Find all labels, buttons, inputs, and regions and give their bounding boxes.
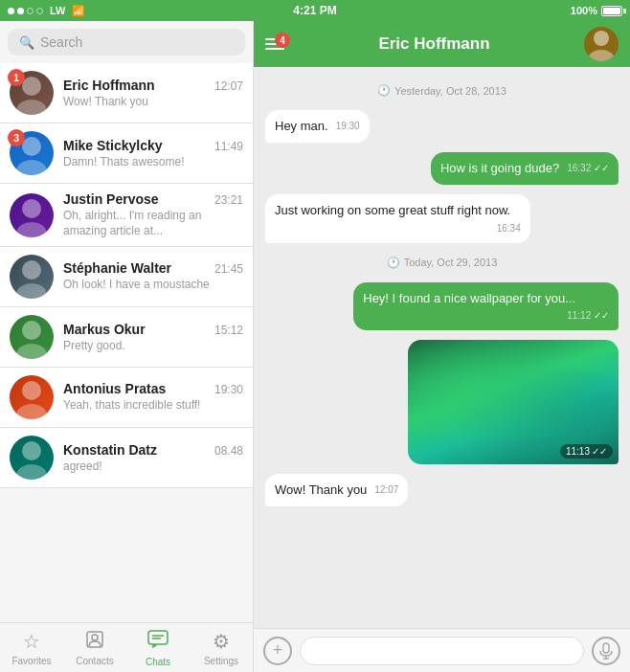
avatar-4 (10, 255, 54, 299)
avatar-6 (10, 375, 54, 419)
battery-area: 100% (571, 5, 622, 16)
chat-info-4: Stéphanie Walter 21:45 Oh look! I have a… (63, 260, 243, 293)
svg-rect-21 (603, 643, 609, 653)
message-row-3: Just working on some great stuff right n… (265, 194, 619, 242)
chat-item-7[interactable]: Konstatin Datz 08.48 agreed! (0, 428, 253, 488)
mic-icon (599, 642, 613, 660)
avatar-7 (10, 436, 54, 480)
add-button[interactable]: + (263, 637, 292, 665)
svg-point-11 (16, 404, 47, 419)
chat-preview-1: Wow! Thank you (63, 95, 243, 108)
tab-contacts-label: Contacts (76, 656, 113, 666)
chat-name-3: Justin Pervose (63, 191, 159, 207)
chat-item-6[interactable]: Antonius Pratas 19:30 Yeah, thats incred… (0, 368, 253, 428)
svg-point-20 (588, 50, 615, 61)
chat-time-5: 15:12 (214, 324, 243, 337)
signal-dot-4 (36, 8, 43, 14)
signal-dot-3 (27, 8, 34, 14)
svg-point-8 (22, 321, 41, 340)
message-text-4: Hey! I found a nice wallpaper for you... (363, 291, 575, 305)
chat-item-3[interactable]: Justin Pervose 23:21 Oh, alright... I'm … (0, 184, 253, 247)
avatar-wrap-5 (10, 315, 54, 359)
message-text-3: Just working on some great stuff right n… (275, 203, 510, 217)
avatar-silhouette-5 (10, 315, 54, 359)
bottom-tabs: ☆ Favorites Contacts Chats ⚙ Settings (0, 622, 253, 672)
menu-button[interactable]: 4 (265, 38, 284, 50)
image-bubble: 11:13 ✓✓ (408, 340, 619, 464)
avatar-wrap-1: 1 (10, 71, 54, 115)
avatar-silhouette-3 (10, 193, 54, 237)
message-text-2: How is it going dude? (440, 161, 559, 175)
date-divider-2: 🕐 Today, Oct 29, 2013 (265, 257, 619, 269)
chat-preview-6: Yeah, thats incredible stuff! (63, 398, 243, 414)
svg-point-9 (16, 344, 47, 359)
bubble-received-5: Wow! Thank you 12:07 (265, 474, 408, 506)
settings-icon: ⚙ (213, 630, 230, 653)
chat-preview-5: Pretty good. (63, 339, 243, 352)
chat-name-5: Markus Okur (63, 322, 146, 337)
message-time-4: 11:12 ✓✓ (567, 309, 609, 323)
chat-name-2: Mike Stickylcky (63, 138, 163, 153)
tab-favorites-label: Favorites (11, 656, 51, 666)
left-panel: 🔍 Search 1 Eric Hoffmann (0, 21, 254, 672)
avatar-silhouette-4 (10, 255, 54, 299)
mic-button[interactable] (592, 637, 620, 665)
avatar-wrap-2: 3 (10, 131, 54, 175)
avatar-wrap-6 (10, 375, 54, 419)
message-row-5: Wow! Thank you 12:07 (265, 474, 619, 506)
avatar-5 (10, 315, 54, 359)
contact-avatar[interactable] (584, 27, 619, 61)
svg-point-12 (22, 441, 41, 460)
chat-preview-7: agreed! (63, 459, 243, 473)
chat-input-bar: + (254, 628, 630, 672)
tab-settings-label: Settings (204, 656, 238, 666)
message-input[interactable] (300, 637, 584, 665)
search-placeholder: Search (40, 34, 82, 50)
message-time-1: 19:30 (336, 120, 360, 133)
right-panel: 4 Eric Hoffmann 🕐 Yesterday, Oct 28, 201… (254, 21, 630, 672)
avatar-silhouette-6 (10, 375, 54, 419)
contacts-icon (85, 630, 104, 653)
chat-name-7: Konstatin Datz (63, 442, 157, 458)
message-time-5: 12:07 (374, 483, 398, 497)
svg-point-1 (16, 100, 47, 115)
chat-time-1: 12:07 (214, 79, 243, 93)
chat-header: 4 Eric Hoffmann (254, 21, 630, 67)
bubble-sent-2: How is it going dude? 16:32 ✓✓ (431, 152, 619, 185)
message-row-2: How is it going dude? 16:32 ✓✓ (265, 152, 619, 185)
chat-item-4[interactable]: Stéphanie Walter 21:45 Oh look! I have a… (0, 247, 253, 307)
avatar-wrap-7 (10, 436, 54, 480)
signal-dot-2 (17, 8, 24, 14)
date-label-2: Today, Oct 29, 2013 (404, 257, 498, 268)
tab-contacts[interactable]: Contacts (63, 623, 126, 672)
chat-name-4: Stéphanie Walter (63, 260, 171, 276)
date-divider-1: 🕐 Yesterday, Oct 28, 2013 (265, 84, 619, 97)
message-text-5: Wow! Thank you (275, 482, 367, 497)
chat-item-1[interactable]: 1 Eric Hoffmann 12:07 Wow! Thank you (0, 63, 253, 123)
message-row-image: 11:13 ✓✓ (265, 340, 619, 464)
chat-item-2[interactable]: 3 Mike Stickylcky 11:49 Damn! Thats awes… (0, 123, 253, 184)
bubble-sent-4: Hey! I found a nice wallpaper for you...… (353, 282, 619, 330)
tab-favorites[interactable]: ☆ Favorites (0, 623, 63, 672)
tab-chats[interactable]: Chats (126, 623, 190, 672)
status-bar: LW 📶 4:21 PM 100% (0, 0, 630, 21)
menu-line-3 (265, 48, 284, 50)
chat-info-5: Markus Okur 15:12 Pretty good. (63, 322, 243, 352)
chat-name-1: Eric Hoffmann (63, 78, 155, 93)
chat-list: 1 Eric Hoffmann 12:07 Wow! Thank you (0, 63, 253, 622)
svg-point-5 (16, 222, 47, 237)
message-time-2: 16:32 ✓✓ (567, 162, 609, 175)
svg-point-6 (22, 260, 41, 280)
checkmarks-4: ✓✓ (594, 310, 609, 321)
search-bar[interactable]: 🔍 Search (8, 29, 245, 56)
bubble-received-1: Hey man. 19:30 (265, 110, 370, 143)
chat-info-6: Antonius Pratas 19:30 Yeah, thats incred… (63, 381, 243, 414)
carrier-label: LW (50, 5, 66, 16)
chat-item-5[interactable]: Markus Okur 15:12 Pretty good. (0, 307, 253, 368)
clock-icon-2: 🕐 (387, 257, 400, 269)
chat-info-2: Mike Stickylcky 11:49 Damn! Thats awesom… (63, 138, 243, 168)
tab-settings[interactable]: ⚙ Settings (190, 623, 253, 672)
bubble-received-3: Just working on some great stuff right n… (265, 194, 530, 242)
svg-point-0 (22, 77, 41, 96)
svg-point-3 (16, 160, 47, 175)
